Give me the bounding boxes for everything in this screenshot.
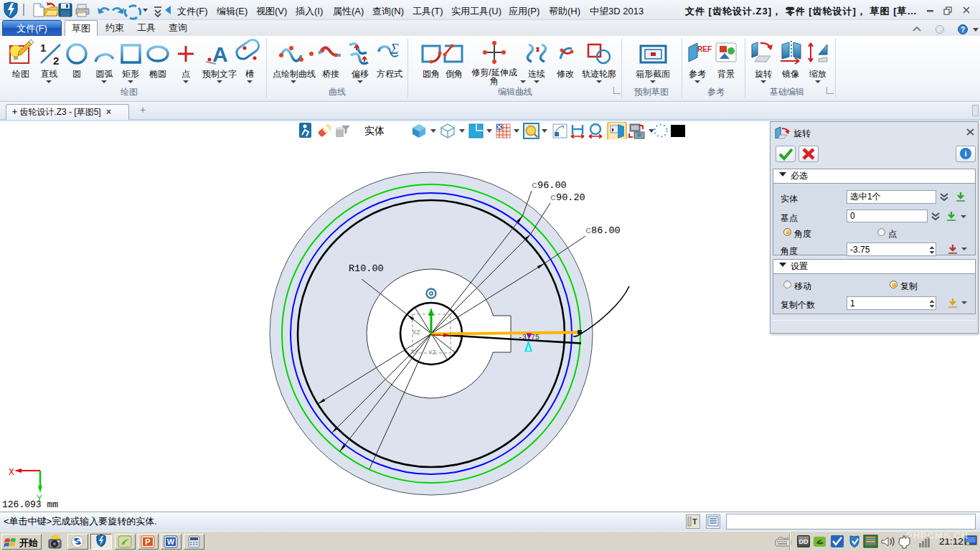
svg-text:T: T [692,517,697,526]
svg-text:126.093 mm: 126.093 mm [2,499,58,510]
svg-text:XY: XY [410,349,418,356]
svg-text:开始: 开始 [19,537,38,548]
svg-text:1: 1 [40,42,46,54]
svg-text:Σ: Σ [390,41,399,57]
svg-text:c90.20: c90.20 [550,192,585,203]
svg-text:实体: 实体 [364,125,385,136]
svg-text:X: X [9,467,14,478]
svg-text:R10.00: R10.00 [349,263,384,274]
svg-text:c96.00: c96.00 [532,180,567,191]
svg-text:i: i [964,149,966,158]
svg-text:?: ? [961,26,965,34]
svg-text:W: W [167,537,175,546]
svg-text:c86.00: c86.00 [585,225,621,236]
svg-text:P: P [145,537,150,546]
svg-text:A: A [212,42,228,66]
svg-text:DD: DD [799,538,809,545]
svg-text:YZ: YZ [428,349,436,357]
svg-text:2: 2 [53,55,59,67]
svg-text:REF: REF [697,45,712,53]
svg-text:XZ: XZ [413,329,420,336]
